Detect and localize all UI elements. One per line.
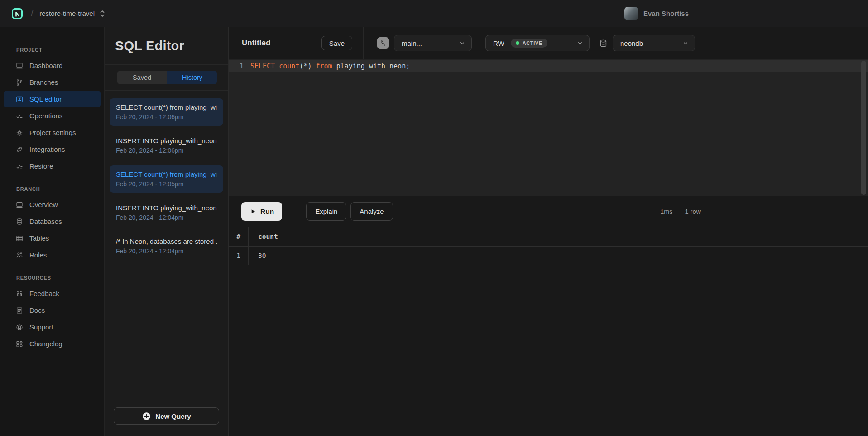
history-list: SELECT count(*) from playing_wit... Feb … [105,91,228,399]
tab-saved[interactable]: Saved [117,71,167,84]
query-row-count: 1 row [685,208,701,215]
sidebar-item-label: Support [29,323,53,331]
gear-icon [15,129,24,137]
history-timestamp: Feb 20, 2024 - 12:04pm [116,214,217,221]
table-row[interactable]: 1 30 [229,247,868,265]
history-query: SELECT count(*) from playing_wit... [116,103,217,111]
section-label: RESOURCES [0,275,104,281]
save-button[interactable]: Save [321,36,352,50]
column-header-index: # [229,227,249,246]
database-select-value: neondb [620,39,643,47]
sidebar-item-docs[interactable]: Docs [4,302,101,319]
database-select[interactable]: neondb [613,35,695,51]
page-title: SQL Editor [115,39,218,53]
history-item[interactable]: INSERT INTO playing_with_neon(... Feb 20… [110,199,223,226]
sidebar-item-label: SQL editor [29,95,62,103]
analyze-button[interactable]: Analyze [350,202,393,221]
sidebar-item-label: Tables [29,234,49,242]
column-header-count: count [249,227,868,246]
cell-count: 30 [249,247,868,265]
sidebar-item-integrations[interactable]: Integrations [4,141,101,158]
sidebar-item-label: Restore [29,162,53,170]
docs-icon [15,306,24,315]
sidebar-item-overview[interactable]: Overview [4,196,101,213]
sidebar-item-changelog[interactable]: Changelog [4,335,101,352]
user-menu[interactable]: Evan Shortiss [624,7,689,20]
history-item-selected[interactable]: SELECT count(*) from playing_wit... Feb … [110,165,223,193]
breadcrumb-separator: / [31,9,33,19]
sidebar-section-branch: BRANCH Overview Databases Tables Roles [0,186,104,263]
sidebar-item-label: Roles [29,251,47,259]
branch-select[interactable]: main... [394,35,472,51]
explain-button[interactable]: Explain [306,202,346,221]
dashboard-icon [15,62,24,70]
sidebar-item-project-settings[interactable]: Project settings [4,124,101,141]
sidebar-item-dashboard[interactable]: Dashboard [4,57,101,74]
history-query: /* In Neon, databases are stored ... [116,237,217,245]
sidebar-item-label: Project settings [29,129,76,136]
sidebar-item-databases[interactable]: Databases [4,213,101,230]
editor-toolbar: Untitled Save main... RW ACTIVE [229,27,868,59]
new-query-label: New Query [155,412,191,420]
sidebar-section-project: PROJECT Dashboard Branches SQL editor Op… [0,47,104,174]
history-timestamp: Feb 20, 2024 - 12:05pm [116,180,217,188]
sidebar-item-support[interactable]: Support [4,319,101,335]
sidebar-item-feedback[interactable]: Feedback [4,285,101,302]
sidebar-item-operations[interactable]: Operations [4,107,101,124]
run-button[interactable]: Run [241,202,282,221]
overview-icon [15,201,24,209]
restore-check-icon [15,162,24,170]
history-item[interactable]: SELECT count(*) from playing_wit... Feb … [110,98,223,126]
changelog-icon [15,340,24,348]
sidebar: PROJECT Dashboard Branches SQL editor Op… [0,27,104,436]
new-query-button[interactable]: New Query [114,407,219,425]
sql-editor-icon [15,95,24,103]
operations-check-icon [15,112,24,120]
editor-scrollbar[interactable] [861,61,866,195]
history-query: INSERT INTO playing_with_neon(... [116,137,217,145]
sidebar-item-label: Databases [29,218,62,225]
database-icon [15,218,24,226]
main-area: Untitled Save main... RW ACTIVE [229,27,868,436]
chevron-down-icon [576,39,584,47]
query-title-group: Untitled Save [229,27,364,59]
sidebar-item-roles[interactable]: Roles [4,247,101,263]
user-name: Evan Shortiss [643,10,689,17]
code-editor[interactable]: 1 SELECT count(*) from playing_with_neon… [229,59,868,196]
sidebar-item-branches[interactable]: Branches [4,74,101,91]
life-buoy-icon [15,323,24,331]
history-item[interactable]: INSERT INTO playing_with_neon(... Feb 20… [110,132,223,159]
panel-header: SQL Editor [105,27,228,65]
tabs-row: Saved History [105,65,228,91]
run-label: Run [260,208,274,216]
feedback-icon [15,290,24,298]
section-label: PROJECT [0,47,104,53]
chevron-down-icon [459,39,466,47]
code-text: SELECT count(*) from playing_with_neon; [250,62,410,70]
project-switcher-chevrons-icon[interactable] [99,10,106,18]
sidebar-item-tables[interactable]: Tables [4,230,101,247]
history-query: SELECT count(*) from playing_wit... [116,170,217,178]
sidebar-item-label: Dashboard [29,62,62,69]
tab-history[interactable]: History [167,71,217,84]
sidebar-item-restore[interactable]: Restore [4,158,101,174]
compute-select[interactable]: RW ACTIVE [485,35,590,51]
saved-history-segment: Saved History [117,71,217,84]
integrations-icon [15,145,24,154]
users-icon [15,251,24,259]
branch-badge-icon[interactable] [377,37,389,49]
neon-logo-icon[interactable] [11,7,24,20]
top-bar: / restore-time-travel Evan Shortiss [0,0,868,27]
breadcrumb-project-name[interactable]: restore-time-travel [39,10,95,17]
query-title: Untitled [242,39,270,48]
table-grid-icon [15,234,24,242]
status-badge: ACTIVE [511,39,547,48]
compute-select-value: RW [493,39,504,47]
code-line-active[interactable]: 1 SELECT count(*) from playing_with_neon… [229,60,868,72]
status-label: ACTIVE [523,40,542,46]
database-icon [599,39,608,48]
history-item[interactable]: /* In Neon, databases are stored ... Feb… [110,233,223,260]
avatar[interactable] [624,7,638,20]
sidebar-item-sql-editor[interactable]: SQL editor [4,91,101,107]
query-stats: 1ms 1 row [660,208,701,215]
